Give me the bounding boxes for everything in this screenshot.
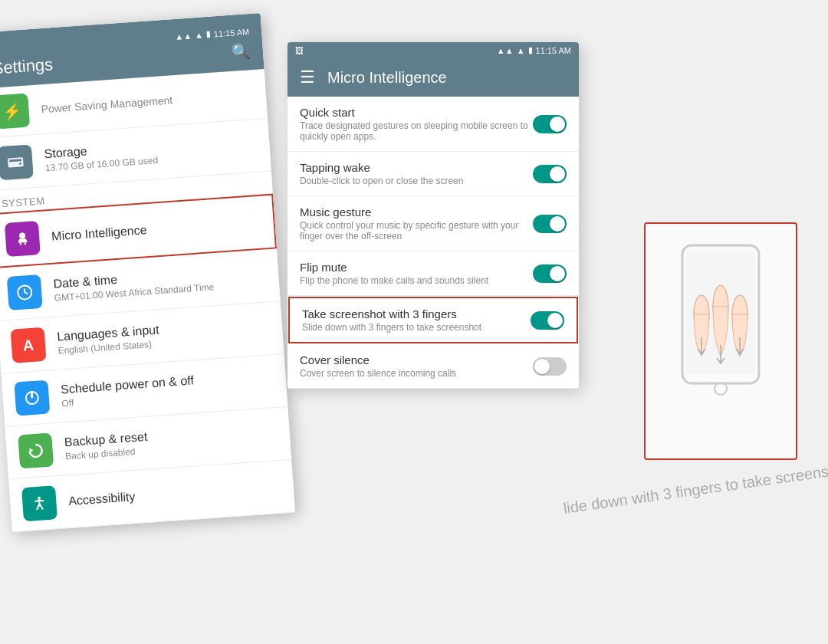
mi-wifi-icon: ▲ (517, 46, 525, 55)
illustration-panel (644, 222, 797, 460)
mi-item-music-gesture[interactable]: Music gesture Quick control your music b… (288, 196, 579, 251)
quick-start-title: Quick start (300, 106, 533, 119)
mi-item-quick-start[interactable]: Quick start Trace designated gestures on… (288, 97, 579, 152)
svg-line-10 (31, 392, 32, 398)
settings-title: Settings (0, 54, 54, 78)
bottom-caption: lide down with 3 fingers to take screens… (562, 460, 828, 518)
micro-intelligence-text: Micro Intelligence (51, 215, 262, 244)
tapping-wake-text: Tapping wake Double-click to open or clo… (300, 161, 533, 186)
svg-marker-11 (29, 448, 33, 452)
screenshot-title: Take screenshot with 3 fingers (302, 307, 531, 320)
music-gesture-title: Music gesture (300, 205, 533, 219)
mi-header-title: Micro Intelligence (327, 69, 447, 87)
flip-mute-title: Flip mute (300, 261, 533, 274)
tapping-wake-subtitle: Double-click to open or close the screen (300, 176, 533, 186)
accessibility-title: Accessibility (68, 480, 282, 508)
cover-silence-subtitle: Cover screen to silence incoming calls (300, 368, 533, 379)
power-saving-label: Power Saving Management (41, 94, 173, 115)
mi-header: ☰ Micro Intelligence (288, 58, 579, 97)
languages-text: Languages & input English (United States… (57, 315, 271, 356)
mi-status-bar: 🖼 ▲▲ ▲ ▮ 11:15 AM (288, 42, 579, 58)
music-gesture-text: Music gesture Quick control your music b… (300, 205, 533, 242)
svg-point-3 (19, 232, 26, 239)
mi-image-icon: 🖼 (295, 46, 304, 55)
schedule-power-icon (14, 380, 50, 416)
quick-start-text: Quick start Trace designated gestures on… (300, 106, 533, 142)
cover-silence-title: Cover silence (300, 353, 533, 366)
accessibility-icon (21, 485, 58, 521)
bottom-caption-text: lide down with 3 fingers to take screens… (562, 460, 828, 517)
mi-item-tapping-wake[interactable]: Tapping wake Double-click to open or clo… (288, 152, 579, 196)
hand-svg (659, 238, 782, 445)
flip-mute-subtitle: Flip the phone to make calls and sounds … (300, 275, 533, 286)
search-icon[interactable]: 🔍 (231, 41, 251, 61)
date-time-icon (7, 274, 43, 310)
settings-battery-icon: ▮ (205, 29, 211, 39)
settings-time: 11:15 AM (213, 27, 249, 38)
tapping-wake-title: Tapping wake (300, 161, 533, 174)
schedule-power-text: Schedule power on & off Off (61, 368, 275, 409)
date-time-text: Date & time GMT+01:00 West Africa Standa… (53, 262, 268, 303)
micro-intelligence-title: Micro Intelligence (51, 215, 262, 244)
screenshot-toggle[interactable] (531, 311, 564, 330)
micro-intelligence-icon (5, 221, 41, 257)
languages-icon: A (11, 327, 47, 363)
mi-battery-icon: ▮ (528, 45, 533, 55)
flip-mute-text: Flip mute Flip the phone to make calls a… (300, 261, 533, 286)
storage-text: Storage 13.70 GB of 16.00 GB used (44, 133, 258, 173)
storage-icon (0, 144, 34, 180)
backup-icon (18, 432, 54, 468)
mi-item-cover-silence[interactable]: Cover silence Cover screen to silence in… (288, 344, 579, 389)
quick-start-subtitle: Trace designated gestures on sleeping mo… (300, 120, 533, 142)
tapping-wake-toggle[interactable] (533, 165, 567, 183)
cover-silence-text: Cover silence Cover screen to silence in… (300, 353, 533, 379)
music-gesture-subtitle: Quick control your music by specific ges… (300, 220, 533, 242)
power-saving-icon: ⚡ (0, 94, 30, 130)
mi-item-screenshot[interactable]: Take screenshot with 3 fingers Slide dow… (288, 297, 578, 343)
mi-signal-icon: ▲▲ (497, 46, 514, 55)
backup-text: Backup & reset Back up disabled (64, 421, 278, 462)
svg-rect-0 (8, 157, 24, 167)
screenshot-subtitle: Slide down with 3 fingers to take screen… (302, 322, 531, 333)
settings-panel: ▲▲ ▲ ▮ 11:15 AM Settings 🔍 ⚡ Power Savin… (0, 13, 295, 532)
accessibility-text: Accessibility (68, 480, 282, 508)
micro-intelligence-panel: 🖼 ▲▲ ▲ ▮ 11:15 AM ☰ Micro Intelligence Q… (288, 42, 579, 389)
flip-mute-toggle[interactable] (533, 264, 567, 283)
cover-silence-toggle[interactable] (533, 357, 567, 376)
mi-item-flip-mute[interactable]: Flip mute Flip the phone to make calls a… (288, 251, 579, 296)
svg-line-8 (25, 292, 28, 294)
mi-menu-icon[interactable]: ☰ (300, 67, 315, 87)
settings-signal-icon: ▲▲ (175, 31, 192, 41)
settings-wifi-icon: ▲ (195, 30, 204, 40)
screenshot-text: Take screenshot with 3 fingers Slide dow… (302, 307, 531, 333)
quick-start-toggle[interactable] (533, 115, 567, 133)
music-gesture-toggle[interactable] (533, 215, 567, 233)
mi-time: 11:15 AM (536, 46, 571, 55)
svg-point-12 (38, 497, 41, 500)
